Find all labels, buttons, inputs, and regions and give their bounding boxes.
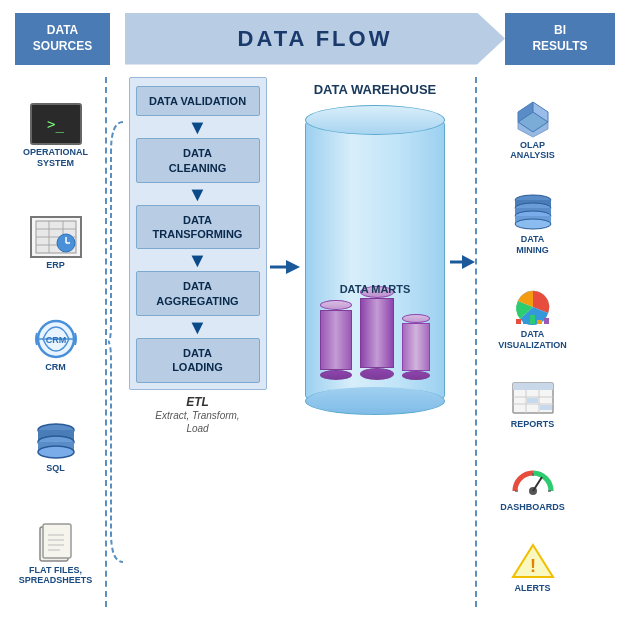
etl-step-loading: DATALOADING xyxy=(136,338,260,383)
bi-data-mining: DATAMINING xyxy=(485,190,580,256)
data-mining-label: DATAMINING xyxy=(516,234,549,256)
crm-label: CRM xyxy=(45,362,66,372)
flatfiles-label: FLAT FILES,SPREADSHEETS xyxy=(19,565,93,587)
svg-rect-43 xyxy=(544,318,549,324)
reports-icon xyxy=(505,379,560,417)
data-flow-arrow: DATA FLOW xyxy=(125,13,505,65)
source-flatfiles: FLAT FILES,SPREADSHEETS xyxy=(19,521,93,587)
erp-label: ERP xyxy=(46,260,65,270)
left-connector xyxy=(107,77,125,607)
dw-to-bi-arrow xyxy=(450,252,475,272)
etl-step-transforming: DATATRANSFORMING xyxy=(136,205,260,250)
data-mart-center xyxy=(360,286,394,380)
etl-arrow-3: ▼ xyxy=(188,251,208,269)
crm-icon: CRM xyxy=(30,318,82,360)
svg-rect-39 xyxy=(516,319,521,324)
svg-rect-40 xyxy=(523,317,528,324)
etl-column: DATA VALIDATION ▼ DATACLEANING ▼ DATATRA… xyxy=(125,77,270,435)
bi-dashboards: DASHBOARDS xyxy=(485,458,580,512)
etl-step-cleaning: DATACLEANING xyxy=(136,138,260,183)
bi-results-column: OLAPANALYSIS DATAMINING xyxy=(475,77,580,607)
data-sources-column: >_ OPERATIONALSYSTEM xyxy=(12,77,107,607)
data-marts-label: DATA MARTS xyxy=(305,283,445,295)
source-crm: CRM CRM xyxy=(30,318,82,372)
dw-cylinder: DATA MARTS xyxy=(305,105,445,415)
etl-arrow-4: ▼ xyxy=(188,318,208,336)
svg-rect-42 xyxy=(537,320,542,324)
bi-alerts: ! ALERTS xyxy=(485,541,580,593)
olap-label: OLAPANALYSIS xyxy=(510,140,555,162)
source-operational: >_ OPERATIONALSYSTEM xyxy=(23,103,88,169)
data-marts xyxy=(320,286,430,380)
etl-label: ETL Extract, Transform,Load xyxy=(155,395,239,435)
data-viz-icon xyxy=(505,285,560,327)
sql-icon xyxy=(30,419,82,461)
bi-olap: OLAPANALYSIS xyxy=(485,96,580,162)
svg-rect-41 xyxy=(530,315,535,324)
sql-label: SQL xyxy=(46,463,65,473)
alerts-icon: ! xyxy=(505,541,560,581)
data-mining-icon xyxy=(505,190,560,232)
svg-text:!: ! xyxy=(530,556,536,576)
svg-marker-24 xyxy=(286,260,300,274)
svg-rect-51 xyxy=(540,405,552,410)
bi-reports: REPORTS xyxy=(485,379,580,429)
svg-rect-18 xyxy=(43,524,71,558)
source-erp: ERP xyxy=(30,216,82,270)
alerts-label: ALERTS xyxy=(515,583,551,593)
data-sources-header: DATA SOURCES xyxy=(15,13,110,65)
svg-point-16 xyxy=(38,446,74,458)
reports-label: REPORTS xyxy=(511,419,555,429)
olap-icon xyxy=(505,96,560,138)
svg-text:CRM: CRM xyxy=(45,335,66,345)
bi-data-viz: DATAVISUALIZATION xyxy=(485,285,580,351)
etl-to-dw-arrow xyxy=(270,257,300,277)
svg-rect-50 xyxy=(527,398,538,403)
etl-arrow-1: ▼ xyxy=(188,118,208,136)
flatfiles-icon xyxy=(30,521,82,563)
data-warehouse-column: DATA WAREHOUSE xyxy=(300,82,450,415)
svg-rect-45 xyxy=(513,383,553,390)
dashboards-icon xyxy=(505,458,560,500)
operational-label: OPERATIONALSYSTEM xyxy=(23,147,88,169)
terminal-icon: >_ xyxy=(30,103,82,145)
dw-title: DATA WAREHOUSE xyxy=(314,82,437,97)
etl-step-validation: DATA VALIDATION xyxy=(136,86,260,116)
svg-point-37 xyxy=(515,219,551,229)
svg-marker-26 xyxy=(462,255,475,269)
erp-icon xyxy=(30,216,82,258)
data-mart-left xyxy=(320,300,352,380)
etl-step-aggregating: DATAAGGREGATING xyxy=(136,271,260,316)
bi-results-header: BI RESULTS xyxy=(505,13,615,65)
svg-line-53 xyxy=(533,477,542,491)
data-mart-right xyxy=(402,314,430,380)
dashboards-label: DASHBOARDS xyxy=(500,502,565,512)
etl-arrow-2: ▼ xyxy=(188,185,208,203)
source-sql: SQL xyxy=(30,419,82,473)
data-viz-label: DATAVISUALIZATION xyxy=(498,329,566,351)
